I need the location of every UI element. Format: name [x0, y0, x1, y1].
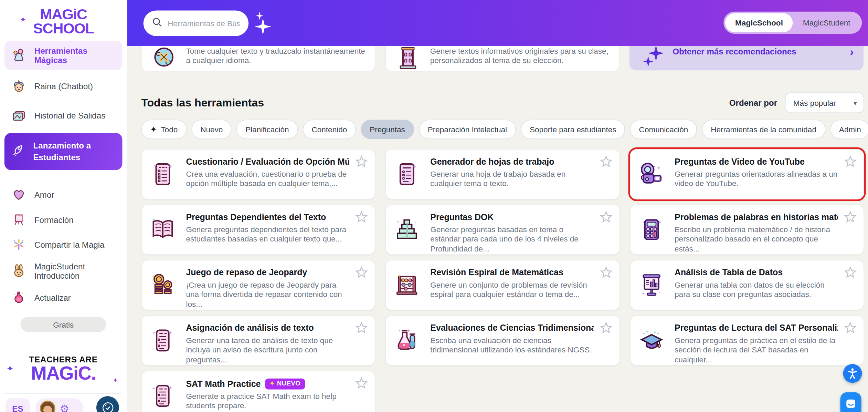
launch-to-students-button[interactable]: Lanzamiento a Estudiantes	[4, 133, 123, 170]
tool-card-preguntas-dependientes[interactable]: Preguntas Dependientes del Texto Genera …	[141, 204, 375, 255]
teachers-are-magic-logo: ✦ TEACHERS ARE MAGiC. ✦	[0, 355, 127, 382]
sparkle-icon: ✦	[113, 378, 118, 384]
favorite-star-button[interactable]	[844, 266, 857, 281]
tool-card-hojas-de-trabajo[interactable]: Generador de hojas de trabajo Generar un…	[385, 149, 620, 199]
accessibility-button[interactable]	[843, 364, 862, 383]
favorite-star-button[interactable]	[355, 210, 369, 225]
filter-chip-admin[interactable]: Admin	[830, 120, 868, 139]
toggle-magicstudent[interactable]: MagicStudent	[793, 13, 860, 32]
banner-label: Obtener más recomendaciones	[673, 47, 796, 56]
sidebar-item-raina-chatbot[interactable]: Raina (Chatbot)	[4, 73, 123, 99]
tool-card-desc: Genere textos informativos originales pa…	[430, 47, 610, 66]
search-bar[interactable]	[144, 10, 249, 36]
sidebar-item-historial-de-salidas[interactable]: Historial de Salidas	[4, 103, 123, 128]
quiz-document-icon	[150, 162, 175, 188]
sidebar-item-magicstudent-introduccion[interactable]: MagicStudent Introducción	[4, 258, 123, 284]
tool-title: Evaluaciones de Ciencias Tridimensionale…	[430, 323, 594, 333]
filter-chip-preparacion-intelectual[interactable]: Preparación Intelectual	[419, 120, 516, 139]
coins-icon	[150, 272, 175, 299]
rocket-icon	[11, 143, 25, 160]
tool-card-problemas-matematicos[interactable]: Problemas de palabras en historias matem…	[630, 204, 864, 255]
tool-desc: Generar preguntas orientadoras alineadas…	[675, 169, 838, 189]
filter-chip-herramientas-comunidad[interactable]: Herramientas de la comunidad	[702, 120, 825, 139]
filter-chip-comunicacion[interactable]: Comunicación	[630, 120, 697, 139]
tool-card-cuestionario[interactable]: Cuestionario / Evaluación de Opción Múlt…	[141, 149, 375, 199]
sort-dropdown[interactable]: Más popular ▾	[785, 93, 864, 113]
tool-desc: Crea una evaluación, cuestionario o prue…	[186, 169, 349, 189]
launch-label: Lanzamiento a Estudiantes	[33, 140, 91, 164]
worksheet-icon	[395, 162, 419, 188]
sat-document-icon	[150, 383, 175, 410]
bunny-icon	[11, 263, 27, 279]
session-timer-button[interactable]	[96, 396, 119, 412]
tool-card-revision-espiral[interactable]: Revisión Espiral de Matemáticas Genere u…	[385, 260, 620, 310]
sidebar: ✦ MAGiC SCHOOL Herramientas Mágicas Rain…	[0, 0, 127, 412]
sidebar-item-amor[interactable]: Amor	[4, 183, 123, 206]
favorite-star-button[interactable]	[599, 266, 613, 281]
search-input[interactable]	[168, 19, 240, 28]
heart-icon	[11, 187, 27, 202]
toggle-magicschool[interactable]: MagicSchool	[725, 13, 793, 32]
filter-chip-todo[interactable]: ✦ Todo	[141, 120, 187, 139]
tool-card-analisis-tabla-datos[interactable]: Análisis de Tabla de Datos Generar una t…	[630, 260, 864, 310]
filter-chip-contenido[interactable]: Contenido	[303, 120, 356, 139]
tool-card-ciencias-3d[interactable]: Evaluaciones de Ciencias Tridimensionale…	[385, 315, 620, 365]
favorite-star-button[interactable]	[355, 266, 369, 281]
tool-card-translator[interactable]: Tome cualquier texto y traduzcalo instan…	[141, 46, 375, 71]
sidebar-item-formacion[interactable]: Formación	[4, 208, 123, 231]
flask-icon	[395, 328, 419, 354]
profile-menu[interactable]: ⚙	[35, 398, 83, 412]
tool-card-preguntas-video-youtube[interactable]: Preguntas de Video de YouTube Generar pr…	[630, 149, 864, 199]
open-book-icon	[150, 217, 175, 244]
tool-card-sat-math-practice[interactable]: SAT Math Practice ✦NUEVO Generate a prac…	[141, 371, 375, 412]
tool-card-jeopardy[interactable]: Juego de repaso de Jeopardy ¡Crea un jue…	[141, 260, 375, 310]
sidebar-item-herramientas-magicas[interactable]: Herramientas Mágicas	[4, 41, 123, 70]
tool-desc: Generar una tabla con datos de su elecci…	[675, 280, 838, 299]
avatar	[40, 401, 55, 412]
tool-title: Juego de repaso de Jeopardy	[186, 268, 349, 278]
filter-chip-nuevo[interactable]: Nuevo	[191, 120, 232, 139]
favorite-star-button[interactable]	[844, 210, 857, 225]
tools-grid: Cuestionario / Evaluación de Opción Múlt…	[141, 149, 864, 412]
favorite-star-button[interactable]	[599, 321, 613, 336]
sidebar-item-label: Compartir la Magia	[34, 240, 105, 249]
filter-chips: ✦ Todo Nuevo Planificación Contenido Pre…	[141, 120, 868, 139]
tool-desc: Genera preguntas de práctica en el estil…	[675, 336, 838, 364]
tool-card-asignacion-analisis-texto[interactable]: Asignación de análisis de texto Generar …	[141, 315, 375, 365]
favorite-star-button[interactable]	[599, 155, 613, 170]
favorite-star-button[interactable]	[599, 210, 613, 225]
tool-title: Preguntas DOK	[430, 212, 594, 223]
graduation-cap-icon	[639, 328, 664, 354]
favorite-star-button[interactable]	[844, 321, 857, 336]
sidebar-item-label: Raina (Chatbot)	[34, 82, 93, 91]
calculator-icon	[639, 217, 664, 244]
tool-title: Cuestionario / Evaluación de Opción Múlt…	[186, 157, 349, 167]
magicschool-logo[interactable]: ✦ MAGiC SCHOOL	[0, 0, 127, 35]
abacus-icon	[395, 272, 419, 299]
tool-card-informational-texts[interactable]: Genere textos informativos originales pa…	[385, 46, 619, 71]
tool-card-lectura-sat[interactable]: Preguntas de Lectura del SAT Personaliza…	[630, 315, 864, 365]
tool-card-preguntas-dok[interactable]: Preguntas DOK Generar preguntas basadas …	[385, 204, 620, 255]
filter-chip-soporte-para-estudiantes[interactable]: Soporte para estudiantes	[521, 120, 625, 139]
tool-desc: Generate a practice SAT Math exam to hel…	[186, 392, 349, 411]
filter-chip-preguntas[interactable]: Preguntas	[361, 120, 414, 139]
logo-line2: SCHOOL	[0, 21, 127, 35]
sidebar-item-compartir-la-magia[interactable]: Compartir la Magia	[4, 233, 123, 256]
favorite-star-button[interactable]	[355, 155, 369, 170]
potion-icon	[11, 290, 27, 305]
recommendations-banner[interactable]: Obtener más recomendaciones ›	[629, 46, 864, 70]
sidebar-item-actualizar[interactable]: Actualizar	[4, 286, 123, 309]
filter-chip-planificacion[interactable]: Planificación	[236, 120, 298, 139]
search-icon	[152, 17, 162, 29]
tool-title: Preguntas de Lectura del SAT Personaliza…	[675, 323, 838, 333]
tool-desc: Escriba una evaluación de ciencias tridi…	[430, 336, 594, 355]
favorite-star-button[interactable]	[844, 155, 857, 170]
sidebar-item-label: Historial de Salidas	[34, 111, 106, 120]
tool-title: Análisis de Tabla de Datos	[675, 268, 838, 278]
language-selector[interactable]: ES	[6, 398, 30, 412]
sidebar-item-label: Herramientas Mágicas	[34, 46, 116, 65]
chat-support-button[interactable]	[840, 392, 861, 412]
favorite-star-button[interactable]	[355, 377, 369, 392]
tool-desc: ¡Crea un juego de repaso de Jeopardy par…	[186, 280, 349, 309]
favorite-star-button[interactable]	[355, 321, 369, 336]
